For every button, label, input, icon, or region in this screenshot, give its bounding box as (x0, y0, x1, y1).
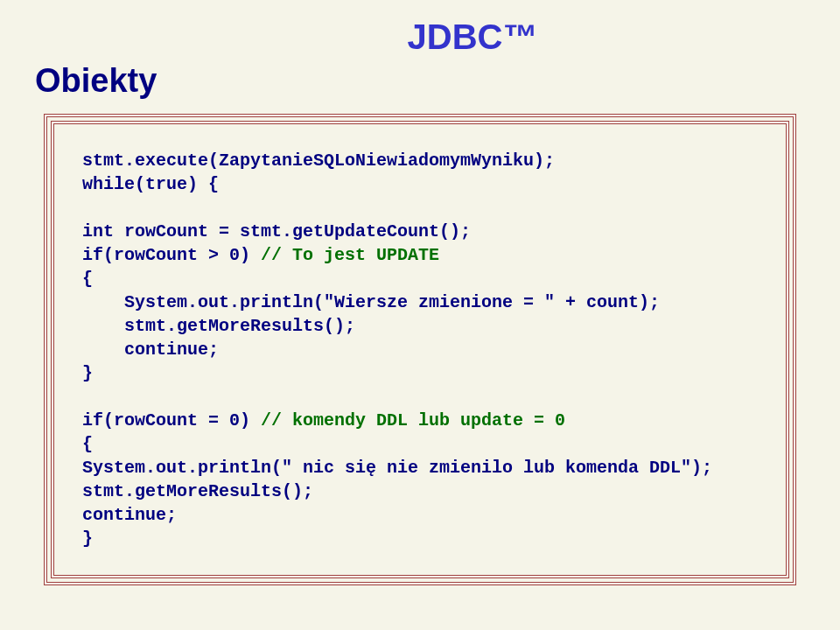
code-line: { (82, 434, 93, 454)
code-line: continue; (82, 340, 219, 360)
code-line: if(rowCount = 0) (82, 410, 261, 430)
code-frame-outer: stmt.execute(ZapytanieSQLoNiewiadomymWyn… (44, 114, 796, 585)
code-frame-inner: stmt.execute(ZapytanieSQLoNiewiadomymWyn… (51, 121, 789, 578)
code-comment: // komendy DDL lub update = 0 (261, 410, 565, 430)
code-line: int rowCount = stmt.getUpdateCount(); (82, 221, 471, 242)
code-line: continue; (82, 505, 177, 525)
code-line: while(true) { (82, 174, 219, 194)
page-title: JDBC™ (140, 18, 805, 57)
code-comment: // To jest UPDATE (261, 245, 439, 265)
code-line: System.out.println("Wiersze zmienione = … (82, 292, 660, 312)
code-line: } (82, 528, 93, 549)
code-line: System.out.println(" nic się nie zmienil… (82, 458, 712, 478)
code-line: stmt.execute(ZapytanieSQLoNiewiadomymWyn… (82, 150, 555, 171)
code-line: { (82, 269, 93, 289)
code-block: stmt.execute(ZapytanieSQLoNiewiadomymWyn… (54, 124, 786, 575)
code-line: stmt.getMoreResults(); (82, 316, 355, 336)
section-title: Obiekty (35, 62, 805, 100)
code-line: if(rowCount > 0) (82, 245, 261, 265)
slide-page: JDBC™ Obiekty stmt.execute(ZapytanieSQLo… (0, 0, 840, 630)
code-line: } (82, 363, 93, 383)
code-line: stmt.getMoreResults(); (82, 481, 313, 501)
